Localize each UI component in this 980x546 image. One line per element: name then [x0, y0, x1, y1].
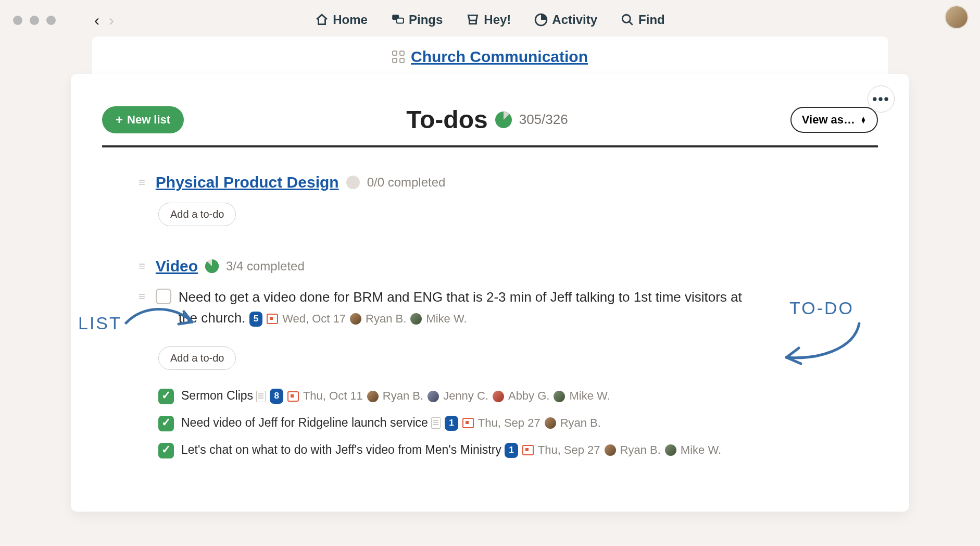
assignee-avatar[interactable] — [545, 417, 556, 429]
top-nav: Home Pings Hey! Activity Find — [0, 0, 980, 31]
assignee-name: Ryan B. — [383, 387, 423, 405]
assignee-avatar[interactable] — [554, 391, 565, 402]
nav-forward-icon: › — [109, 11, 114, 29]
nav-home-label: Home — [333, 13, 368, 27]
hey-icon — [466, 13, 480, 27]
drag-handle-icon[interactable]: ≡ — [139, 259, 145, 273]
todo-due-date: Thu, Oct 11 — [303, 387, 363, 405]
nav-pings[interactable]: Pings — [391, 13, 443, 27]
todo-due-date: Wed, Oct 17 — [282, 310, 346, 328]
assignee-name: Ryan B. — [560, 414, 601, 432]
todo-body[interactable]: Let's chat on what to do with Jeff's vid… — [181, 441, 721, 460]
assignee-avatar[interactable] — [493, 391, 504, 402]
assignee-name: Mike W. — [569, 387, 610, 405]
progress-pie-icon — [346, 176, 360, 189]
add-todo-button[interactable]: Add a to-do — [158, 203, 236, 226]
calendar-icon — [267, 314, 278, 324]
page-title-wrap: To-dos 305/326 — [406, 105, 568, 134]
nav-activity[interactable]: Activity — [534, 13, 597, 27]
nav-hey-label: Hey! — [484, 13, 511, 27]
current-user-avatar[interactable] — [945, 5, 969, 29]
add-todo-button[interactable]: Add a to-do — [158, 346, 236, 370]
nav-hey[interactable]: Hey! — [466, 13, 511, 27]
todo-text: Need video of Jeff for Ridgeline launch … — [181, 416, 428, 429]
drag-handle-icon[interactable]: ≡ — [139, 290, 145, 303]
svg-point-3 — [622, 15, 630, 22]
todo-body[interactable]: Sermon Clips 8 Thu, Oct 11 Ryan B. Jenny… — [181, 387, 610, 405]
assignee-avatar[interactable] — [665, 444, 676, 456]
comment-count-badge[interactable]: 8 — [270, 389, 283, 403]
todo-item-completed: Sermon Clips 8 Thu, Oct 11 Ryan B. Jenny… — [158, 387, 878, 405]
calendar-icon — [462, 418, 474, 428]
assignee-name: Ryan B. — [366, 310, 406, 328]
list-title-link[interactable]: Video — [156, 257, 198, 275]
view-as-label: View as… — [802, 113, 855, 127]
assignee-name: Mike W. — [426, 310, 467, 328]
assignee-avatar[interactable] — [367, 391, 379, 402]
page-progress-count: 305/326 — [519, 111, 568, 128]
comment-count-badge[interactable]: 1 — [445, 416, 458, 430]
svg-rect-1 — [397, 18, 404, 23]
page-header-row: + New list To-dos 305/326 View as… ▲▼ — [102, 90, 878, 145]
todo-item: ≡ Need to get a video done for BRM and E… — [139, 287, 878, 329]
project-breadcrumb-card: Church Communication — [92, 36, 888, 77]
activity-icon — [534, 13, 548, 27]
todo-text: Sermon Clips — [181, 389, 253, 402]
search-icon — [621, 13, 634, 27]
document-icon — [431, 417, 441, 429]
pings-icon — [391, 13, 405, 27]
todo-list: ≡ Video 3/4 completed ≡ Need to get a vi… — [139, 257, 878, 460]
assignee-name: Jenny C. — [443, 387, 488, 405]
home-icon — [315, 13, 329, 27]
todo-checkbox[interactable] — [156, 289, 171, 304]
todo-body[interactable]: Need video of Jeff for Ridgeline launch … — [181, 414, 601, 432]
todo-item-completed: Let's chat on what to do with Jeff's vid… — [158, 441, 878, 460]
todo-checkbox[interactable] — [158, 416, 174, 431]
assignee-name: Mike W. — [681, 441, 721, 459]
todo-due-date: Thu, Sep 27 — [478, 414, 541, 432]
list-title-link[interactable]: Physical Product Design — [156, 173, 339, 191]
nav-find-label: Find — [638, 13, 665, 27]
svg-point-5 — [346, 176, 360, 189]
header-divider — [102, 145, 878, 147]
nav-home[interactable]: Home — [315, 13, 368, 27]
traffic-light-zoom[interactable] — [46, 16, 56, 25]
todo-text: Let's chat on what to do with Jeff's vid… — [181, 443, 501, 456]
nav-activity-label: Activity — [552, 13, 597, 27]
assignee-avatar[interactable] — [428, 391, 439, 402]
todo-list: ≡ Physical Product Design 0/0 completed … — [139, 173, 878, 226]
comment-count-badge[interactable]: 5 — [249, 312, 262, 326]
traffic-light-minimize[interactable] — [30, 16, 39, 25]
calendar-icon — [522, 445, 534, 455]
new-list-button[interactable]: + New list — [102, 106, 184, 133]
more-menu-button[interactable]: ••• — [868, 85, 895, 113]
assignee-avatar[interactable] — [350, 313, 361, 325]
project-link[interactable]: Church Communication — [411, 48, 588, 66]
progress-pie-icon — [205, 259, 219, 273]
nav-back-icon[interactable]: ‹ — [94, 11, 99, 29]
plus-icon: + — [116, 113, 123, 127]
assignee-avatar[interactable] — [605, 444, 616, 456]
assignee-avatar[interactable] — [410, 313, 422, 325]
view-as-button[interactable]: View as… ▲▼ — [790, 107, 878, 133]
progress-pie-icon — [495, 111, 512, 128]
drag-handle-icon[interactable]: ≡ — [139, 176, 145, 189]
todo-checkbox[interactable] — [158, 443, 174, 458]
window-controls: ‹ › — [13, 11, 114, 29]
document-icon — [256, 391, 266, 402]
page-title: To-dos — [406, 105, 487, 134]
project-grid-icon — [392, 51, 405, 63]
new-list-label: New list — [127, 113, 170, 127]
calendar-icon — [287, 391, 299, 402]
assignee-name: Abby G. — [508, 387, 549, 405]
comment-count-badge[interactable]: 1 — [505, 443, 518, 457]
nav-pings-label: Pings — [409, 13, 443, 27]
todo-checkbox[interactable] — [158, 389, 174, 404]
list-progress-text: 0/0 completed — [367, 175, 446, 190]
todo-due-date: Thu, Sep 27 — [538, 441, 600, 459]
todo-body[interactable]: Need to get a video done for BRM and ENG… — [179, 287, 746, 329]
nav-find[interactable]: Find — [621, 13, 665, 27]
traffic-light-close[interactable] — [13, 16, 22, 25]
list-progress-text: 3/4 completed — [226, 259, 305, 274]
sort-caret-icon: ▲▼ — [860, 117, 866, 123]
